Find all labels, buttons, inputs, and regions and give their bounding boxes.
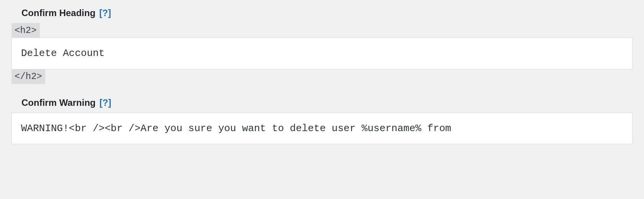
confirm-heading-open-tag: <h2> [11,23,40,38]
confirm-warning-input[interactable] [11,113,633,144]
confirm-heading-label-text: Confirm Heading [21,8,95,18]
confirm-heading-input[interactable] [11,38,633,69]
confirm-heading-label: Confirm Heading [?] [11,8,633,18]
confirm-heading-close-tag: </h2> [11,69,45,84]
confirm-heading-help-link[interactable]: [?] [99,8,111,18]
confirm-heading-group: Confirm Heading [?] <h2> </h2> [11,8,633,84]
confirm-warning-label-text: Confirm Warning [21,97,96,108]
confirm-warning-label: Confirm Warning [?] [11,97,633,108]
confirm-warning-group: Confirm Warning [?] [11,97,633,144]
confirm-warning-help-link[interactable]: [?] [100,97,111,108]
